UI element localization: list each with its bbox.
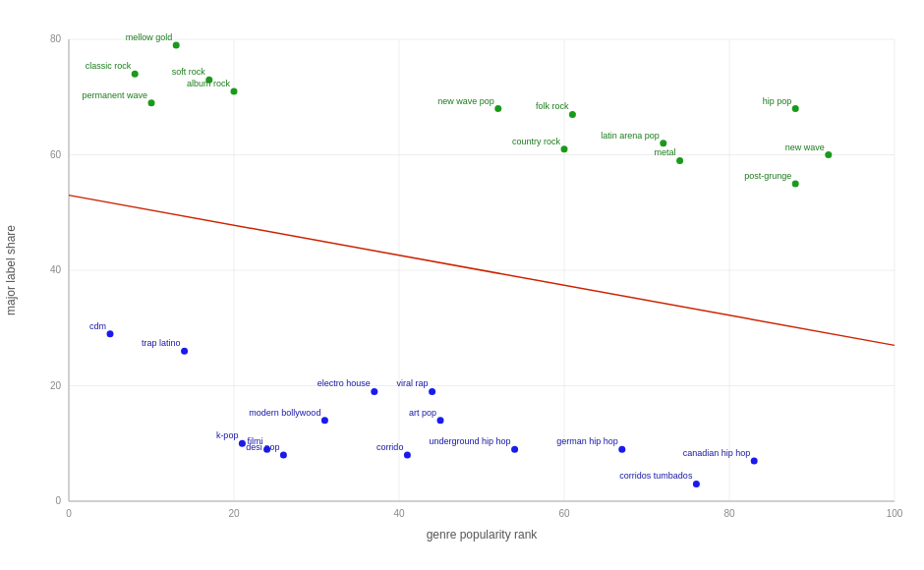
svg-point-65	[371, 388, 377, 395]
svg-point-35	[231, 87, 238, 94]
svg-point-39	[569, 111, 576, 118]
svg-text:folk rock: folk rock	[536, 101, 569, 111]
svg-text:new wave: new wave	[785, 142, 825, 152]
svg-text:40: 40	[393, 508, 405, 519]
svg-point-55	[181, 348, 188, 355]
svg-point-49	[825, 151, 832, 158]
svg-point-77	[751, 457, 758, 464]
svg-text:country rock: country rock	[512, 137, 561, 146]
svg-text:cdm: cdm	[89, 321, 106, 331]
svg-point-75	[618, 446, 625, 453]
svg-text:20: 20	[228, 508, 240, 519]
svg-text:mellow gold: mellow gold	[126, 32, 173, 42]
svg-text:k-pop: k-pop	[216, 430, 239, 440]
svg-text:underground hip hop: underground hip hop	[430, 436, 511, 446]
svg-text:electro house: electro house	[318, 378, 371, 388]
svg-point-45	[676, 157, 683, 164]
svg-text:soft rock: soft rock	[172, 67, 206, 77]
svg-point-63	[321, 417, 328, 424]
svg-text:60: 60	[558, 508, 570, 519]
svg-point-47	[792, 105, 799, 112]
svg-text:20: 20	[50, 380, 62, 391]
svg-text:german hip hop: german hip hop	[556, 436, 618, 446]
svg-point-53	[107, 330, 114, 337]
svg-text:60: 60	[50, 149, 62, 160]
svg-text:modern bollywood: modern bollywood	[249, 408, 320, 418]
svg-text:viral rap: viral rap	[397, 378, 429, 388]
svg-text:corrido: corrido	[376, 442, 404, 452]
svg-point-67	[429, 388, 435, 395]
svg-text:corridos tumbados: corridos tumbados	[619, 471, 693, 481]
svg-point-41	[561, 145, 568, 152]
svg-text:genre popularity rank: genre popularity rank	[427, 528, 539, 542]
svg-point-57	[239, 440, 246, 447]
svg-text:art pop: art pop	[409, 408, 436, 418]
svg-text:metal: metal	[655, 147, 676, 157]
svg-point-29	[173, 41, 180, 48]
svg-text:latin arena pop: latin arena pop	[601, 131, 660, 141]
svg-text:new wave pop: new wave pop	[437, 96, 494, 106]
svg-text:canadian hip hop: canadian hip hop	[683, 448, 751, 458]
svg-text:40: 40	[50, 264, 62, 275]
svg-text:album rock: album rock	[187, 79, 231, 88]
svg-text:desi pop: desi pop	[246, 442, 279, 452]
svg-text:post-grunge: post-grunge	[744, 171, 791, 181]
svg-point-71	[404, 452, 411, 459]
svg-point-79	[693, 481, 700, 487]
svg-point-73	[511, 446, 518, 453]
svg-point-43	[660, 140, 666, 146]
svg-text:trap latino: trap latino	[142, 338, 181, 348]
svg-text:major label share: major label share	[4, 225, 18, 315]
svg-point-33	[148, 99, 155, 106]
svg-text:hip pop: hip pop	[763, 96, 792, 106]
svg-text:80: 80	[50, 33, 62, 44]
chart-container: 020406080100020406080genre popularity ra…	[0, 0, 924, 570]
svg-point-27	[132, 71, 139, 78]
svg-point-51	[792, 180, 799, 187]
svg-text:100: 100	[887, 508, 903, 519]
svg-text:permanent wave: permanent wave	[82, 90, 147, 100]
svg-text:classic rock: classic rock	[86, 61, 132, 71]
svg-point-37	[494, 105, 501, 112]
svg-point-69	[437, 417, 444, 424]
svg-point-61	[280, 452, 287, 459]
svg-text:0: 0	[66, 508, 72, 519]
svg-text:0: 0	[55, 495, 61, 506]
svg-text:80: 80	[723, 508, 735, 519]
scatter-plot: 020406080100020406080genre popularity ra…	[0, 0, 924, 570]
